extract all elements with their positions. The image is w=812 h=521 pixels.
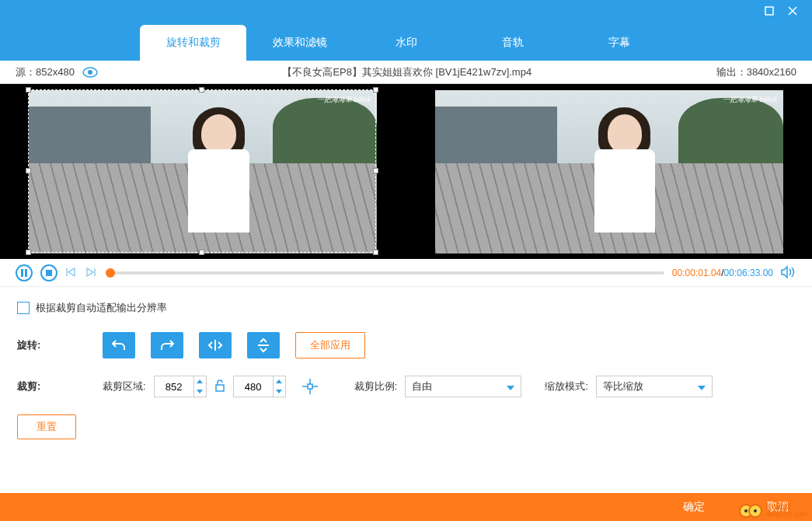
svg-point-2 (88, 70, 92, 75)
tab-bar: 旋转和裁剪 效果和滤镜 水印 音轨 字幕 (0, 22, 812, 61)
info-bar: 源： 852x480 【不良女高EP8】其实姐姐喜欢你 [BV1jE421w7z… (0, 61, 812, 84)
crop-area-label: 裁剪区域: (103, 379, 146, 393)
crop-ratio-select[interactable]: 自由 (405, 376, 521, 397)
auto-fit-checkbox[interactable] (17, 302, 30, 314)
tab-audio[interactable]: 音轨 (459, 25, 566, 61)
progress-thumb[interactable] (106, 268, 115, 278)
crop-width-spinner[interactable] (154, 376, 207, 397)
footer-bar: 确定 取消 机100网danji100.com (0, 493, 812, 521)
maximize-button[interactable] (758, 2, 781, 19)
rotate-right-button[interactable] (151, 332, 183, 358)
brand-badge: 机100网danji100.com (739, 504, 807, 518)
brand-text-2: danji100.com (765, 511, 807, 518)
rotate-left-button[interactable] (103, 332, 135, 358)
filename: 【不良女高EP8】其实姐姐喜欢你 [BV1jE421w7zv].mp4 (98, 65, 716, 79)
width-down-icon[interactable] (194, 386, 206, 397)
close-button[interactable] (781, 2, 804, 19)
next-frame-button[interactable] (85, 267, 98, 279)
flip-horizontal-button[interactable] (199, 332, 232, 358)
tab-rotate-crop[interactable]: 旋转和裁剪 (140, 25, 246, 61)
playback-bar: 00:00:01.04/00:06:33.00 (0, 259, 812, 287)
video-watermark-out: 一把海海草 bilibili (723, 95, 777, 105)
current-time: 00:00:01.04 (672, 267, 721, 278)
svg-rect-3 (21, 269, 23, 277)
zoom-mode-label: 缩放模式: (545, 379, 588, 393)
prev-frame-button[interactable] (65, 267, 78, 279)
zoom-mode-select[interactable]: 等比缩放 (596, 376, 713, 397)
svg-rect-7 (308, 384, 312, 389)
video-watermark: 一把海海草 bilibili (317, 95, 371, 105)
output-label: 输出： (716, 66, 747, 78)
svg-rect-6 (216, 385, 224, 391)
zoom-mode-value: 等比缩放 (603, 379, 643, 393)
output-resolution: 3840x2160 (747, 66, 796, 78)
height-down-icon[interactable] (274, 386, 285, 397)
auto-fit-label: 根据裁剪自动适配输出分辨率 (36, 301, 167, 315)
pause-button[interactable] (16, 264, 33, 281)
titlebar (0, 0, 812, 22)
svg-rect-5 (46, 270, 52, 276)
rotate-label: 旋转: (17, 338, 103, 352)
flip-vertical-button[interactable] (247, 332, 280, 358)
tab-watermark[interactable]: 水印 (353, 25, 459, 61)
svg-rect-4 (25, 269, 27, 277)
preview-row: 一把海海草 bilibili 一把海海草 bilibili (0, 84, 812, 259)
width-up-icon[interactable] (194, 376, 206, 386)
lock-aspect-button[interactable] (214, 379, 225, 394)
crop-label: 裁剪: (17, 379, 103, 393)
output-preview: 一把海海草 bilibili (406, 84, 813, 259)
eye-icon[interactable] (82, 67, 98, 78)
tab-effects[interactable]: 效果和滤镜 (246, 25, 353, 61)
output-info: 输出：3840x2160 (716, 65, 796, 79)
total-time: 00:06:33.00 (724, 267, 773, 278)
controls-panel: 根据裁剪自动适配输出分辨率 旋转: 全部应用 裁剪: 裁剪区域: (0, 287, 812, 470)
apply-all-button[interactable]: 全部应用 (295, 332, 365, 358)
crop-height-input[interactable] (234, 381, 273, 393)
height-up-icon[interactable] (274, 376, 285, 386)
crop-ratio-value: 自由 (412, 379, 432, 393)
crop-width-input[interactable] (155, 381, 193, 393)
tab-subtitle[interactable]: 字幕 (566, 25, 672, 61)
progress-bar[interactable] (106, 271, 664, 274)
stop-button[interactable] (40, 264, 58, 281)
source-label: 源： (16, 65, 36, 79)
reset-button[interactable]: 重置 (17, 414, 76, 439)
ok-button[interactable]: 确定 (683, 500, 705, 514)
time-display: 00:00:01.04/00:06:33.00 (672, 267, 773, 278)
source-preview[interactable]: 一把海海草 bilibili (0, 84, 406, 259)
chevron-down-icon (698, 381, 706, 393)
chevron-down-icon (507, 381, 514, 393)
svg-rect-0 (765, 7, 773, 15)
crop-ratio-label: 裁剪比例: (354, 379, 398, 393)
center-crop-button[interactable] (297, 376, 323, 397)
source-resolution: 852x480 (36, 66, 75, 78)
crop-height-spinner[interactable] (233, 376, 286, 397)
volume-button[interactable] (781, 265, 796, 281)
